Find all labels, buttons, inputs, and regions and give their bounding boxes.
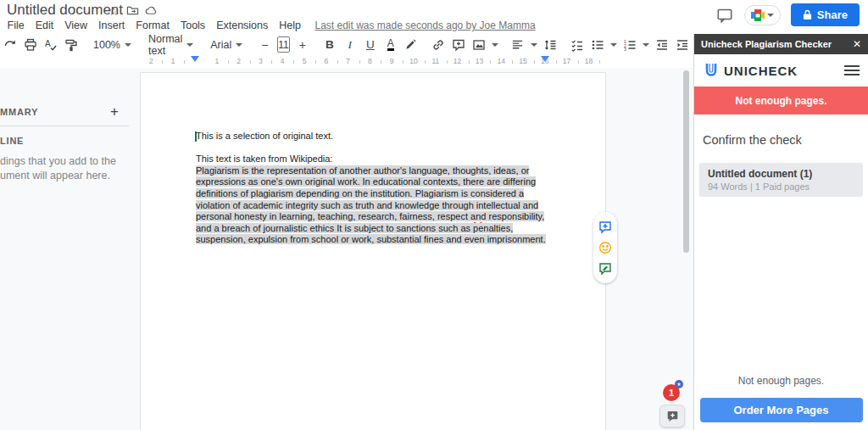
menu-icon[interactable] [844, 63, 860, 78]
zoom-select[interactable]: 100% [88, 36, 136, 54]
numbered-list-button[interactable]: 123 [620, 35, 640, 55]
underline-button[interactable]: U [360, 35, 381, 55]
paint-format-button[interactable] [61, 35, 81, 55]
font-size-decrease-button[interactable]: − [254, 35, 275, 55]
panel-title: Unicheck Plagiarism Checker [701, 39, 832, 49]
menu-view[interactable]: View [59, 20, 93, 31]
menu-help[interactable]: Help [274, 20, 307, 31]
decrease-indent-button[interactable] [652, 35, 672, 55]
print-button[interactable] [20, 35, 41, 55]
comments-icon[interactable] [715, 6, 734, 25]
ruler-tick [337, 60, 338, 64]
add-summary-button[interactable]: + [110, 103, 119, 120]
left-indent-marker[interactable] [191, 56, 199, 62]
margin-action-pill [593, 212, 617, 283]
menu-bar: File Edit View Insert Format Tools Exten… [2, 18, 536, 33]
document-scrollbar[interactable] [683, 70, 689, 253]
spellcheck-button[interactable]: A [41, 35, 61, 55]
highlight-color-button[interactable] [401, 35, 421, 55]
add-emoji-icon[interactable] [598, 241, 612, 254]
ruler[interactable]: 21123456789101112131415161718 [0, 55, 693, 68]
italic-button[interactable]: I [340, 35, 360, 55]
insert-image-caret[interactable] [492, 43, 498, 47]
star-icon[interactable]: ☆ [107, 4, 120, 18]
share-button[interactable]: Share [791, 3, 860, 26]
ruler-number: 8 [368, 57, 372, 65]
document-card-title: Untitled document (1) [708, 168, 854, 180]
insert-image-button[interactable] [469, 35, 489, 55]
font-size-input[interactable]: 11 [277, 36, 289, 53]
ruler-number: 3 [259, 57, 263, 65]
align-button[interactable] [508, 35, 528, 55]
footer-note: Not enough pages. [694, 375, 868, 387]
document-page[interactable]: This is a selection of original text. Th… [140, 72, 606, 430]
ruler-number: 18 [585, 57, 593, 65]
meet-button[interactable] [744, 5, 781, 25]
ruler-tick [469, 60, 470, 64]
summary-label: MMARY [0, 107, 38, 117]
ruler-tick [490, 60, 491, 64]
text-color-button[interactable]: A [381, 35, 401, 55]
ruler-number: 1 [214, 57, 219, 65]
panel-footer: Not enough pages. Order More Pages [694, 375, 868, 430]
ruler-tick [250, 60, 251, 64]
add-comment-icon[interactable] [598, 221, 612, 234]
numbered-list-caret[interactable] [643, 43, 649, 47]
font-size-increase-button[interactable]: + [292, 35, 313, 55]
ruler-tick [578, 60, 579, 64]
align-caret[interactable] [531, 43, 537, 47]
menu-insert[interactable]: Insert [93, 20, 131, 31]
bold-button[interactable]: B [320, 35, 340, 55]
menu-format[interactable]: Format [131, 20, 175, 31]
font-select[interactable]: Arial [205, 36, 248, 54]
ruler-tick [512, 60, 513, 64]
order-more-pages-button[interactable]: Order More Pages [700, 398, 863, 422]
ruler-tick [599, 60, 600, 64]
close-icon[interactable]: ✕ [853, 38, 861, 50]
ruler-number: 5 [303, 57, 307, 65]
last-edit-link[interactable]: Last edit was made seconds ago by Joe Ma… [315, 20, 536, 31]
insert-link-button[interactable] [428, 35, 448, 55]
document-text[interactable]: This is a selection of original text. Th… [196, 131, 551, 258]
ruler-number: 15 [519, 57, 526, 65]
ruler-number: 17 [563, 57, 570, 65]
document-title[interactable]: Untitled document [7, 2, 123, 19]
menu-file[interactable]: File [2, 20, 30, 31]
ruler-tick [315, 60, 316, 64]
brand-row: UNICHECK [694, 54, 868, 87]
outline-label: LINE [0, 136, 24, 146]
paragraph-original: This is a selection of original text. [196, 131, 551, 142]
cloud-status-icon[interactable] [144, 4, 158, 18]
google-docs-app: Untitled document ☆ File Edit View Inser… [0, 0, 868, 430]
assistant-button[interactable] [659, 405, 685, 427]
bullet-list-caret[interactable] [610, 43, 617, 47]
svg-text:3: 3 [624, 47, 626, 52]
ruler-number: 7 [346, 57, 350, 65]
brand-name: UNICHECK [724, 64, 798, 78]
insert-comment-button[interactable] [448, 35, 469, 55]
confirm-heading: Confirm the check [703, 133, 868, 147]
ruler-number: 14 [497, 57, 504, 65]
menu-extensions[interactable]: Extensions [211, 20, 274, 31]
bullet-list-button[interactable] [587, 35, 608, 55]
menu-edit[interactable]: Edit [30, 20, 59, 31]
alert-banner: Not enough pages. [694, 87, 868, 114]
ruler-tick [556, 60, 557, 64]
styles-select[interactable]: Normal text [143, 36, 198, 54]
toolbar: A 100% Normal text Arial − 11 + B I U A [0, 34, 693, 55]
increase-indent-button[interactable] [672, 35, 693, 55]
original-text-line[interactable]: This is a selection of original text. [196, 131, 333, 141]
move-folder-icon[interactable] [125, 4, 139, 18]
redo-button[interactable] [0, 35, 20, 55]
suggest-edits-icon[interactable] [598, 261, 612, 275]
wikipedia-intro-line[interactable]: This text is taken from Wikipedia: [196, 154, 551, 165]
menu-tools[interactable]: Tools [175, 20, 210, 31]
grammar-flagged-word[interactable]: and [470, 211, 486, 221]
ruler-number: 6 [324, 57, 328, 65]
text-caret [195, 131, 197, 142]
document-card[interactable]: Untitled document (1) 94 Words | 1 Paid … [699, 163, 863, 197]
ruler-tick [293, 60, 294, 64]
checklist-button[interactable] [567, 35, 587, 55]
ruler-number: 16 [541, 57, 548, 65]
line-spacing-button[interactable] [540, 35, 560, 55]
